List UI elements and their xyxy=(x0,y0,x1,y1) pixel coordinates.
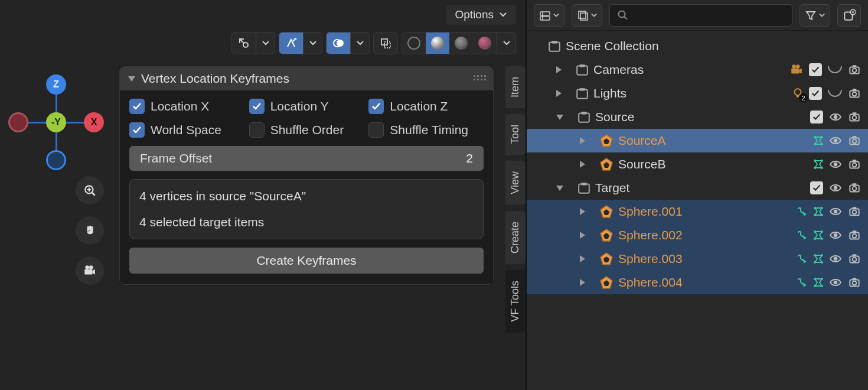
tab-item[interactable]: Item xyxy=(505,66,526,108)
render-visibility-icon[interactable] xyxy=(848,229,861,242)
render-visibility-icon[interactable] xyxy=(848,110,861,124)
pan-button[interactable] xyxy=(76,216,104,245)
check-shuffle-timing[interactable]: Shuffle Timing xyxy=(368,122,484,138)
expand-triangle-icon[interactable] xyxy=(580,279,585,286)
tree-row-sphere-002[interactable]: Sphere.002 xyxy=(527,223,868,247)
collection-icon xyxy=(577,110,590,124)
viewport-visibility-icon[interactable] xyxy=(829,134,842,147)
gizmo-y-handle[interactable]: -Y xyxy=(46,112,66,132)
expand-triangle-icon[interactable] xyxy=(556,90,562,97)
selectability-button[interactable] xyxy=(232,32,256,54)
tree-row-target[interactable]: Target xyxy=(527,176,868,200)
xray-toggle[interactable] xyxy=(374,32,397,54)
frame-offset-field[interactable]: Frame Offset 2 xyxy=(129,146,484,171)
render-visibility-icon[interactable] xyxy=(848,276,861,289)
exclude-checkbox[interactable] xyxy=(810,110,823,124)
row-label: Target xyxy=(595,181,805,195)
zoom-button[interactable] xyxy=(76,176,104,204)
constraint-icon xyxy=(796,253,808,265)
tree-row-source-b[interactable]: SourceB xyxy=(527,152,868,176)
tab-tool[interactable]: Tool xyxy=(505,114,526,155)
viewport-visibility-icon[interactable] xyxy=(829,252,842,265)
panel-header[interactable]: Vertex Location Keyframes xyxy=(120,67,493,90)
options-label: Options xyxy=(455,8,494,21)
collapse-triangle-icon[interactable] xyxy=(556,186,563,191)
filter-dropdown[interactable] xyxy=(800,4,830,27)
tree-row-lights[interactable]: Lights 2 xyxy=(527,82,868,105)
modifier-icon xyxy=(812,253,824,265)
expand-triangle-icon[interactable] xyxy=(580,255,585,262)
viewport-visibility-icon[interactable] xyxy=(829,158,842,171)
render-visibility-icon[interactable] xyxy=(848,134,861,147)
outliner-search[interactable] xyxy=(609,4,792,27)
view-layer-dropdown[interactable] xyxy=(572,4,602,27)
gizmo-neg-z-handle[interactable] xyxy=(46,150,66,170)
check-world-space[interactable]: World Space xyxy=(129,122,244,138)
create-keyframes-button[interactable]: Create Keyframes xyxy=(129,248,484,274)
selectability-dropdown[interactable] xyxy=(256,32,275,54)
exclude-checkbox[interactable] xyxy=(809,87,822,100)
shading-wireframe[interactable] xyxy=(402,32,426,54)
tree-row-sphere-004[interactable]: Sphere.004 xyxy=(527,271,868,294)
viewport-visibility-icon[interactable] xyxy=(829,276,842,289)
tree-row-scene-collection[interactable]: Scene Collection xyxy=(527,34,868,58)
check-location-z[interactable]: Location Z xyxy=(368,99,484,114)
tree-row-sphere-001[interactable]: Sphere.001 xyxy=(527,200,868,223)
tab-create[interactable]: Create xyxy=(505,211,526,264)
collapse-triangle-icon[interactable] xyxy=(556,115,563,120)
gizmo-neg-x-handle[interactable] xyxy=(8,112,28,132)
checkbox-on-icon xyxy=(249,99,265,114)
tree-row-source-a[interactable]: SourceA xyxy=(527,129,868,152)
row-toggles xyxy=(829,229,861,242)
exclude-checkbox[interactable] xyxy=(810,181,823,194)
tab-view[interactable]: View xyxy=(505,161,526,205)
shading-rendered[interactable] xyxy=(473,32,497,54)
overlay-toggle[interactable] xyxy=(327,32,350,54)
row-label: Lights xyxy=(593,86,787,100)
tree-row-source[interactable]: Source xyxy=(527,105,868,129)
check-location-y[interactable]: Location Y xyxy=(249,99,364,114)
shading-material[interactable] xyxy=(449,32,473,54)
gizmo-dropdown[interactable] xyxy=(303,32,322,54)
viewport-visibility-icon[interactable] xyxy=(829,110,842,124)
vertex-location-panel: Vertex Location Keyframes Location X Loc… xyxy=(119,66,494,285)
expand-triangle-icon[interactable] xyxy=(580,232,585,239)
check-shuffle-order[interactable]: Shuffle Order xyxy=(249,122,364,138)
shading-solid[interactable] xyxy=(426,32,449,54)
moviecam-icon xyxy=(789,63,804,76)
frame-offset-label: Frame Offset xyxy=(140,151,212,165)
mesh-icon xyxy=(599,134,614,148)
tab-vf-tools[interactable]: VF Tools xyxy=(505,270,526,333)
options-dropdown[interactable]: Options xyxy=(446,5,516,25)
render-visibility-icon[interactable] xyxy=(848,181,861,194)
viewport-visibility-icon[interactable] xyxy=(829,229,842,242)
hide-in-viewport-icon[interactable] xyxy=(828,90,842,97)
expand-triangle-icon[interactable] xyxy=(580,161,585,168)
render-visibility-icon[interactable] xyxy=(848,158,861,171)
render-visibility-icon[interactable] xyxy=(848,205,861,218)
expand-triangle-icon[interactable] xyxy=(580,208,585,215)
exclude-checkbox[interactable] xyxy=(809,63,822,76)
hide-in-viewport-icon[interactable] xyxy=(828,66,842,73)
render-visibility-icon[interactable] xyxy=(848,87,861,100)
camera-view-button[interactable] xyxy=(76,256,104,285)
check-location-x[interactable]: Location X xyxy=(129,99,244,114)
new-collection-button[interactable] xyxy=(837,4,861,27)
expand-triangle-icon[interactable] xyxy=(580,137,585,144)
tree-row-cameras[interactable]: Cameras xyxy=(527,58,868,82)
viewport-visibility-icon[interactable] xyxy=(829,181,842,194)
viewport-visibility-icon[interactable] xyxy=(829,205,842,218)
shading-dropdown[interactable] xyxy=(497,32,515,54)
check-row-2: World Space Shuffle Order Shuffle Timing xyxy=(129,122,484,138)
gizmo-z-handle[interactable]: Z xyxy=(46,74,66,95)
gizmo-x-handle[interactable]: X xyxy=(84,112,104,132)
overlay-dropdown[interactable] xyxy=(350,32,369,54)
render-visibility-icon[interactable] xyxy=(848,252,861,265)
render-visibility-icon[interactable] xyxy=(848,63,861,76)
expand-triangle-icon[interactable] xyxy=(556,66,562,73)
gizmo-toggle[interactable] xyxy=(279,32,303,54)
display-mode-dropdown[interactable] xyxy=(534,4,564,27)
panel-drag-grip[interactable] xyxy=(474,75,486,80)
orientation-gizmo[interactable]: Z X -Y xyxy=(11,77,102,168)
tree-row-sphere-003[interactable]: Sphere.003 xyxy=(527,247,868,271)
